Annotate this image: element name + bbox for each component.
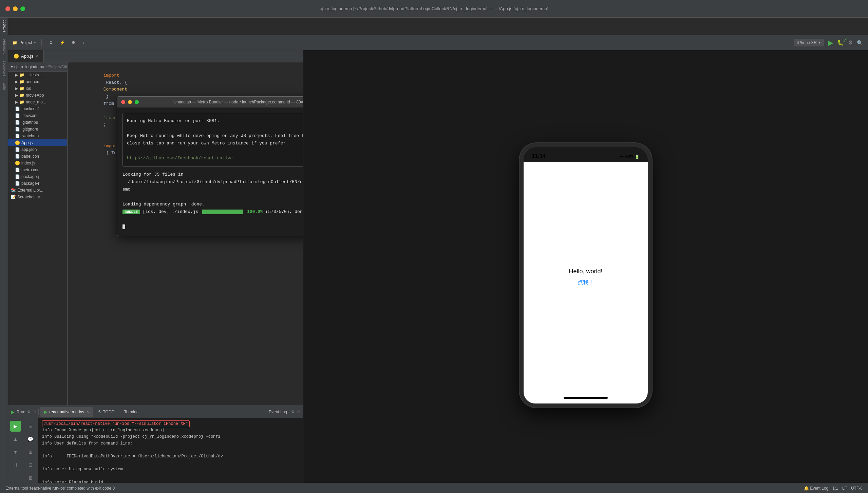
file-icon: 🟡 (15, 140, 20, 145)
left-tab-project[interactable]: Project (2, 20, 6, 32)
item-label: metro.con (21, 167, 39, 172)
run-tab-label: react-native run-ios (49, 410, 84, 414)
ide-panel: 📁 Project ▾ ⚙ ⚡ ⚙ ↕ 🟡 App.js ✕ ▾ (8, 35, 303, 493)
terminal-minimize[interactable] (128, 100, 132, 104)
tree-babelconfig[interactable]: 📄 babel.con (8, 153, 67, 160)
run-panel: ▶ Run: ⚙ ⊞ ▶ react-native run-ios ✕ 6: T… (8, 406, 303, 493)
minimize-button[interactable] (13, 6, 18, 11)
folder-expand-icon: ▶ (15, 79, 18, 84)
device-selector[interactable]: iPhone XR ▾ (794, 39, 824, 46)
tree-android[interactable]: ▶ 📁 android (8, 78, 67, 85)
run-tab-react-native[interactable]: ▶ react-native run-ios ✕ (40, 407, 93, 417)
tree-scratches[interactable]: 📝 Scratches ar... (8, 194, 67, 200)
item-label: __tests__ (26, 73, 43, 77)
tool-btn-5[interactable]: 🗑 (25, 472, 36, 483)
tab-label: App.js (21, 54, 33, 59)
tool-btn-4[interactable]: ⊟ (25, 459, 36, 470)
item-label: babel.con (21, 154, 39, 159)
tab-app-js[interactable]: 🟡 App.js ✕ (8, 50, 44, 62)
item-label: package-l (21, 181, 39, 186)
status-left: External tool 'react-native run-ios' com… (5, 486, 115, 491)
ios-home-indicator[interactable] (564, 397, 608, 399)
terminal-maximize[interactable] (135, 100, 139, 104)
project-name: cj_rn_logindemo (14, 64, 44, 69)
run-sidebar: ▶ ▲ ▼ ⏸ (8, 418, 23, 493)
simulator-panel: 11:14 ••• WiFi 🔋 Hello, world! 点我！ (303, 50, 868, 493)
ide-content: ▾ cj_rn_logindemo ~/Project/Github/dvlpr… (8, 62, 303, 406)
file-icon: 🟡 (15, 161, 20, 165)
run-log-5: info note: Using new build system (42, 466, 299, 473)
maximize-button[interactable] (20, 6, 25, 11)
run-pause-btn[interactable]: ▼ (10, 447, 21, 457)
status-message: External tool 'react-native run-ios' com… (5, 486, 115, 491)
tree-metroconfig[interactable]: 📄 metro.con (8, 166, 67, 173)
run-layout-icon[interactable]: ⊞ (33, 410, 36, 414)
tool-btn-1[interactable]: ⊡ (25, 421, 36, 432)
project-path: ~/Project/Github/dvlproadI (45, 65, 68, 69)
file-icon: 📄 (15, 127, 20, 132)
run-log-1: info Found Xcode project cj_rn_logindemo… (42, 427, 299, 434)
event-log-layout[interactable]: ⊞ (297, 410, 300, 414)
tree-gitignore[interactable]: 📄 .gitignore (8, 126, 67, 133)
tab-close-icon[interactable]: ✕ (35, 54, 38, 58)
project-dropdown-icon[interactable]: ▾ (34, 40, 36, 45)
tree-appjs[interactable]: 🟡 App.js (8, 139, 67, 146)
folder-expand-icon: ▶ (15, 86, 18, 91)
tool-btn-3[interactable]: ⊞ (25, 447, 36, 457)
item-label: Scratches ar... (17, 195, 43, 199)
wifi-icon: WiFi (625, 155, 633, 159)
left-tab-npm[interactable]: npm (2, 83, 6, 90)
tree-flowconfig[interactable]: 📄 .flowconf (8, 112, 67, 119)
close-button[interactable] (5, 6, 10, 11)
sim-settings-icon[interactable]: ⚙ (848, 39, 853, 46)
terminal-close[interactable] (121, 100, 125, 104)
tree-tests[interactable]: ▶ 📁 __tests__ (8, 72, 67, 78)
item-label: App.js (21, 140, 33, 145)
collapse-btn[interactable]: ↕ (80, 40, 86, 46)
tool-btn-2[interactable]: 💬 (25, 434, 36, 445)
sim-search-icon[interactable]: 🔍 (857, 40, 863, 45)
run-settings-icon[interactable]: ⚙ (27, 410, 31, 414)
tree-ios[interactable]: ▶ 📁 ios (8, 85, 67, 92)
tree-buckconfig[interactable]: 📄 .buckconf (8, 105, 67, 112)
ios-status-icons: ••• WiFi 🔋 (619, 155, 640, 159)
run-resume-btn[interactable]: ⏸ (10, 459, 21, 470)
file-icon: 📄 (15, 154, 20, 159)
event-log-label[interactable]: Event Log (269, 410, 287, 414)
tree-external-libs[interactable]: 📚 External Libr... (8, 187, 67, 194)
terminal-body[interactable]: Running Metro Bundler on port 8081. Keep… (117, 107, 303, 236)
run-cmd-line: /usr/local/bin/react-native run-ios "--s… (42, 421, 299, 427)
run-tab-todo[interactable]: 6: TODO (94, 407, 119, 417)
event-log-settings[interactable]: ⚙ (291, 410, 295, 414)
tree-nodemodules[interactable]: ▶ 📁 node_mo... (8, 99, 67, 105)
run-play-btn[interactable]: ▶ (10, 421, 21, 432)
sim-run-icon[interactable]: ▶ (828, 39, 833, 47)
file-icon: 📄 (15, 147, 20, 152)
ios-tap-button[interactable]: 点我！ (578, 279, 594, 286)
run-tab-terminal[interactable]: Terminal (120, 407, 144, 417)
layout-btn[interactable]: ⚡ (58, 40, 67, 46)
run-tab-close-icon[interactable]: ✕ (86, 410, 89, 414)
run-stop-btn[interactable]: ▲ (10, 434, 21, 445)
external-icon: 📚 (11, 188, 16, 193)
terminal-title: lichaoqian — Metro Bundler — node • laun… (144, 100, 303, 104)
folder-icon: ▶ (15, 73, 18, 77)
tree-movieapp[interactable]: ▶ 📁 movieApp (8, 92, 67, 99)
tree-indexjs[interactable]: 🟡 index.js (8, 160, 67, 166)
settings-btn[interactable]: ⚙ (47, 40, 55, 46)
status-event-log[interactable]: 🔔 Event Log (804, 486, 828, 491)
tree-packagelock[interactable]: 📄 package-l (8, 180, 67, 187)
title-bar: cj_rn_logindemo [~/Project/Github/dvlpro… (0, 0, 868, 18)
tree-appjson[interactable]: 📄 app.json (8, 146, 67, 153)
project-tree-icon: ▾ (11, 64, 13, 69)
tree-packagejson[interactable]: 📄 package.j (8, 173, 67, 180)
tree-gitattributes[interactable]: 📄 .gitattribu (8, 119, 67, 126)
run-tools: ⊡ 💬 ⊞ ⊟ 🗑 (23, 418, 38, 493)
run-terminal-output[interactable]: /usr/local/bin/react-native run-ios "--s… (38, 418, 303, 493)
left-tab-structure[interactable]: Structure (2, 39, 6, 54)
tree-watchman[interactable]: 📄 .watchma (8, 133, 67, 139)
left-tab-favorites[interactable]: Favorites (2, 61, 6, 76)
gear-btn[interactable]: ⚙ (70, 40, 77, 46)
keyword-import: import (103, 73, 119, 78)
checkmark-indicator: ✓ (843, 37, 848, 44)
